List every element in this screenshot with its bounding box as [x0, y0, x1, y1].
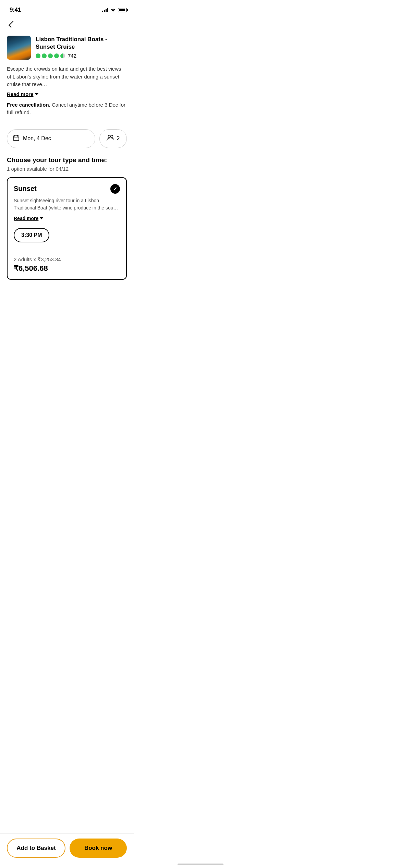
rating-dot-3: [48, 53, 53, 58]
people-count: 2: [117, 135, 120, 142]
tour-read-more-label: Read more: [14, 216, 38, 221]
svg-point-5: [110, 135, 113, 137]
back-chevron-icon: [9, 21, 15, 28]
status-time: 9:41: [10, 7, 21, 13]
tour-name: Sunset: [14, 185, 37, 193]
rating-row: 742: [36, 53, 127, 59]
pricing-per-person: 2 Adults x ₹3,253.34: [14, 256, 120, 263]
product-thumbnail: [7, 36, 31, 60]
check-circle: ✓: [110, 184, 120, 194]
product-image: [7, 36, 31, 60]
rating-dots: [36, 53, 65, 58]
cancellation-title: Free cancellation.: [7, 102, 50, 108]
product-info: Lisbon Traditional Boats - Sunset Cruise…: [36, 36, 127, 59]
rating-dot-2: [42, 53, 47, 58]
review-count: 742: [68, 53, 76, 59]
wifi-icon: [110, 8, 116, 12]
signal-icon: [102, 8, 108, 12]
read-more-label: Read more: [7, 91, 34, 97]
rating-dot-1: [36, 53, 40, 58]
calendar-icon: [13, 134, 20, 143]
svg-point-4: [108, 135, 110, 137]
svg-rect-0: [13, 136, 19, 141]
battery-icon: [118, 8, 127, 12]
status-bar: 9:41: [0, 0, 134, 17]
date-selector[interactable]: Mon, 4 Dec: [7, 129, 95, 148]
tour-card[interactable]: Sunset ✓ Sunset sightseeing river tour i…: [7, 177, 127, 280]
date-label: Mon, 4 Dec: [23, 135, 51, 142]
people-icon: [107, 135, 114, 143]
rating-dot-4: [54, 53, 59, 58]
rating-dot-5: [60, 53, 65, 58]
read-more-button[interactable]: Read more: [7, 88, 38, 100]
tour-card-header: Sunset ✓: [14, 184, 120, 194]
main-content: Lisbon Traditional Boats - Sunset Cruise…: [0, 32, 134, 321]
back-button[interactable]: [7, 20, 15, 29]
pricing-total: ₹6,506.68: [14, 264, 120, 273]
tour-section-subtitle: 1 option available for 04/12: [7, 166, 127, 172]
selectors-row: Mon, 4 Dec 2: [7, 129, 127, 148]
tour-section-title: Choose your tour type and time:: [7, 156, 127, 164]
product-description: Escape the crowds on land and get the be…: [7, 65, 127, 88]
divider-1: [7, 123, 127, 123]
tour-read-more-button[interactable]: Read more: [14, 214, 43, 222]
time-slot[interactable]: 3:30 PM: [14, 228, 49, 242]
check-mark-icon: ✓: [113, 186, 117, 192]
product-title: Lisbon Traditional Boats - Sunset Cruise: [36, 36, 127, 51]
tour-description: Sunset sightseeing river tour in a Lisbo…: [14, 197, 120, 212]
tour-chevron-down-icon: [40, 217, 43, 219]
people-selector[interactable]: 2: [99, 129, 127, 148]
cancellation-text: Free cancellation. Cancel anytime before…: [7, 101, 127, 117]
product-header: Lisbon Traditional Boats - Sunset Cruise…: [7, 36, 127, 60]
chevron-down-icon: [35, 93, 38, 95]
time-slot-label: 3:30 PM: [21, 232, 42, 238]
nav-bar: [0, 17, 134, 32]
card-divider: [14, 252, 120, 252]
status-icons: [102, 8, 127, 12]
